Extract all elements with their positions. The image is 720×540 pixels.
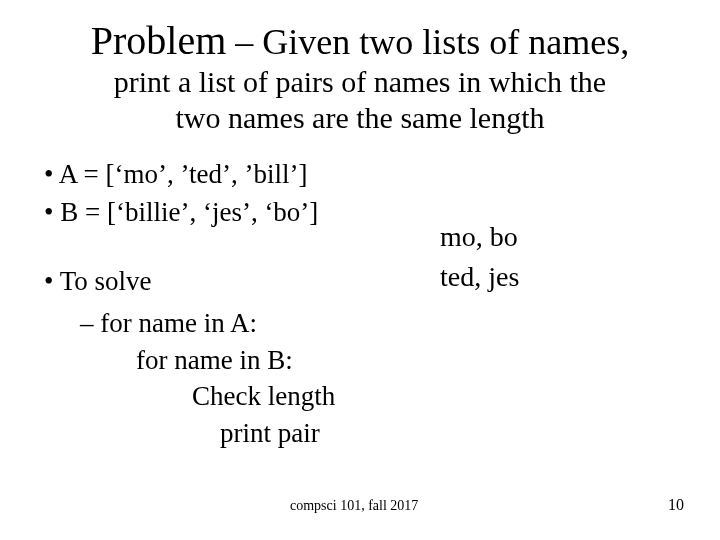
- footer-course: compsci 101, fall 2017: [290, 498, 418, 514]
- bullet-a: A = [‘mo’, ’ted’, ’bill’]: [44, 156, 680, 192]
- title-line2: print a list of pairs of names in which …: [40, 64, 680, 100]
- title-lead: Problem: [91, 18, 227, 63]
- title-block: Problem – Given two lists of names, prin…: [40, 18, 680, 136]
- output-block: mo, bo ted, jes: [440, 218, 519, 298]
- bullet-b: B = [‘billie’, ‘jes’, ‘bo’]: [44, 194, 680, 230]
- sub-line-3: Check length: [192, 378, 680, 414]
- bullet-list: A = [‘mo’, ’ted’, ’bill’] B = [‘billie’,…: [40, 156, 680, 231]
- sub-line-1: for name in A:: [80, 305, 680, 341]
- output-line-2: ted, jes: [440, 258, 519, 296]
- title-rest1: – Given two lists of names,: [226, 22, 629, 62]
- title-line1: Problem – Given two lists of names,: [40, 18, 680, 64]
- sub-line-4: print pair: [220, 415, 680, 451]
- body-block: A = [‘mo’, ’ted’, ’bill’] B = [‘billie’,…: [40, 156, 680, 451]
- title-line3: two names are the same length: [40, 100, 680, 136]
- sub-line-2: for name in B:: [136, 342, 680, 378]
- bullet-solve: To solve: [44, 263, 680, 299]
- output-line-1: mo, bo: [440, 218, 519, 256]
- page-number: 10: [668, 496, 684, 514]
- bullet-list-2: To solve: [40, 263, 680, 299]
- sub-block: for name in A: for name in B: Check leng…: [80, 305, 680, 451]
